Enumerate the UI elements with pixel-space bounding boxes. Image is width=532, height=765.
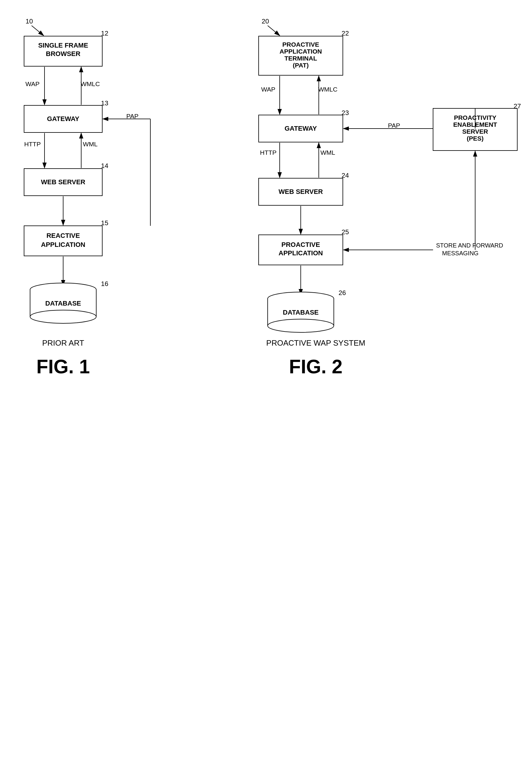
fig2-pat-label1: PROACTIVE [282,41,319,48]
fig1-db-bottom-ellipse [30,310,96,323]
svg-line-4 [32,26,44,36]
fig2-db-bottom-ellipse [268,319,334,333]
fig2-wmlc-label: WMLC [318,86,338,93]
fig2-webserver-ref: 24 [342,172,349,179]
fig2-proactive-app-ref: 25 [342,228,349,236]
fig2-pap-label: PAP [388,122,400,129]
fig2-pes-label3: SERVER [462,128,488,135]
fig2-title: FIG. 2 [289,356,343,378]
fig1-wml-label: WML [83,141,98,148]
fig2-pat-label2: APPLICATION [280,48,322,55]
fig2-pat-ref: 22 [342,30,349,37]
fig1-webserver-label: WEB SERVER [41,178,86,186]
fig1-browser-label1: SINGLE FRAME [38,42,88,49]
fig2-pes-ref: 27 [514,102,521,110]
fig1-db-label: DATABASE [45,300,81,307]
fig2-ref20: 20 [262,17,269,25]
fig2-pat-label3: TERMINAL [285,55,317,62]
fig1-title: FIG. 1 [36,356,90,378]
fig1-db-ref: 16 [101,280,108,288]
fig1-wmlc-label: WMLC [81,80,100,87]
fig1-browser-label2: BROWSER [46,50,81,58]
fig2-gateway-label: GATEWAY [285,125,317,132]
fig2-wap-label: WAP [261,86,275,93]
fig2-proactive-app-label2: APPLICATION [278,249,323,257]
fig2-store-forward-label2: MESSAGING [442,250,478,257]
fig2-gateway-ref: 23 [342,109,349,117]
fig1-gateway-label: GATEWAY [47,115,79,123]
fig1-caption: PRIOR ART [42,339,84,348]
fig1-reactive-app-ref: 15 [101,219,108,227]
fig1-pap-label: PAP [126,113,138,120]
svg-text:10: 10 [26,17,33,25]
fig2-caption: PROACTIVE WAP SYSTEM [266,339,365,348]
fig2-wml-label: WML [321,149,335,156]
fig1-webserver-ref: 14 [101,162,108,170]
fig2-db-ref: 26 [339,289,346,297]
fig1-http-label: HTTP [24,141,41,148]
fig2-db-label: DATABASE [283,309,319,316]
fig2-webserver-label: WEB SERVER [278,188,323,195]
fig2-pat-label4: (PAT) [293,62,309,69]
fig2-store-forward-label1: STORE AND FORWARD [436,242,503,249]
fig1-wap-label: WAP [25,80,39,87]
fig2-proactive-app-label1: PROACTIVE [282,241,320,248]
fig2-http-label: HTTP [260,149,277,156]
fig2-ref20-arrow [268,26,280,36]
fig2-pes-label4: (PES) [467,135,484,142]
fig1-gateway-ref: 13 [101,99,108,107]
fig1-reactive-app-label1: REACTIVE [46,232,80,239]
fig1-reactive-app-label2: APPLICATION [41,241,85,248]
fig1-browser-ref: 12 [101,30,108,37]
